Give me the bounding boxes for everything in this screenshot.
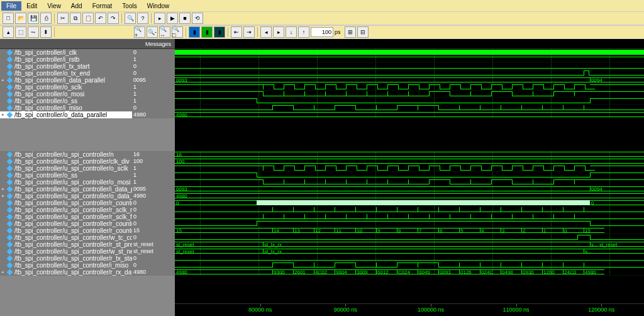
signal-row[interactable]: /tb_spi_controller/i_tx_start <box>0 63 132 70</box>
cursor-next-icon[interactable]: ⇥ <box>243 26 255 38</box>
signal-row[interactable]: /tb_spi_controller/u_spi_controller/n <box>0 151 132 158</box>
signal-row[interactable]: +/tb_spi_controller/u_spi_controller/i_d… <box>0 186 132 193</box>
signal-row[interactable]: /tb_spi_controller/u_spi_controller/r_tx… <box>0 255 132 262</box>
signal-row[interactable]: /tb_spi_controller/o_mosi <box>0 91 132 98</box>
prev-edge-icon[interactable]: ◂ <box>260 26 272 38</box>
signal-row[interactable]: /tb_spi_controller/u_spi_controller/r_sc… <box>0 213 132 220</box>
select-icon[interactable]: ⬚ <box>15 26 26 38</box>
signal-row[interactable]: /tb_spi_controller/u_spi_controller/r_co… <box>0 220 132 227</box>
wave-row[interactable] <box>175 49 644 56</box>
wave-row[interactable]: 4980 <box>175 193 644 200</box>
signal-row[interactable]: /tb_spi_controller/i_clk <box>0 49 132 56</box>
print-icon[interactable]: ⎙ <box>40 13 52 24</box>
wave-row[interactable]: 151413121110987654321015 <box>175 227 644 234</box>
zoom-fit-icon[interactable]: 🔍□ <box>172 26 183 38</box>
signal-row[interactable]: /tb_spi_controller/u_spi_controller/r_st… <box>0 241 132 248</box>
time-axis[interactable]: 80000 ns90000 ns100000 ns110000 ns120000… <box>175 303 644 316</box>
pointer-icon[interactable]: ▴ <box>3 26 14 38</box>
wave-row[interactable] <box>175 84 644 91</box>
next-rising-icon[interactable]: ↑ <box>298 26 309 38</box>
signal-row[interactable]: /tb_spi_controller/o_ss <box>0 98 132 104</box>
signal-row[interactable]: /tb_spi_controller/u_spi_controller/clk_… <box>0 158 132 165</box>
signal-row[interactable]: +/tb_spi_controller/o_data_parallel <box>0 111 132 118</box>
restart-icon[interactable]: ⟲ <box>192 13 203 24</box>
save-icon[interactable]: 💾 <box>28 13 39 24</box>
break-icon[interactable]: ■ <box>179 13 191 24</box>
wave-row[interactable] <box>175 213 644 220</box>
menu-format[interactable]: Format <box>87 1 118 11</box>
wave-dark-icon[interactable]: ▮ <box>214 26 225 38</box>
signal-row[interactable]: /tb_spi_controller/i_miso <box>0 104 132 111</box>
signal-row[interactable]: +/tb_spi_controller/u_spi_controller/r_r… <box>0 269 132 276</box>
signal-row[interactable]: /tb_spi_controller/u_spi_controller/w_tc… <box>0 234 132 241</box>
signal-row[interactable]: /tb_spi_controller/o_tx_end <box>0 70 132 77</box>
wave-row[interactable] <box>175 165 644 172</box>
wave-row[interactable] <box>175 172 644 179</box>
wave-row[interactable] <box>175 98 644 104</box>
signal-row[interactable]: /tb_spi_controller/o_sclk <box>0 84 132 91</box>
wave-row[interactable] <box>175 220 644 227</box>
collapse-icon[interactable]: ⊟ <box>357 26 369 38</box>
paste-icon[interactable]: 📋 <box>82 13 94 24</box>
menu-file[interactable]: File <box>1 1 21 11</box>
wave-row[interactable] <box>175 234 644 241</box>
time-step-input[interactable] <box>311 27 333 37</box>
wave-row[interactable]: 100 <box>175 158 644 165</box>
signal-row[interactable]: /tb_spi_controller/i_rstb <box>0 56 132 63</box>
signal-row[interactable]: /tb_spi_controller/u_spi_controller/r_co… <box>0 200 132 206</box>
menu-view[interactable]: View <box>42 1 66 11</box>
signal-row[interactable]: /tb_spi_controller/u_spi_controller/r_sc… <box>0 206 132 213</box>
signal-row[interactable]: /tb_spi_controller/u_spi_controller/o_sc… <box>0 165 132 172</box>
wave-row[interactable]: st_resetst_tx_rxs... <box>175 248 644 255</box>
wave-row[interactable]: 4980 <box>175 111 644 118</box>
undo-icon[interactable]: ↶ <box>95 13 106 24</box>
menu-window[interactable]: Window <box>142 1 175 11</box>
wave-green-icon[interactable]: ▮ <box>201 26 213 38</box>
step-icon[interactable]: ▸ <box>154 13 165 24</box>
wave-row[interactable] <box>175 255 644 262</box>
wave-row[interactable] <box>175 70 644 77</box>
wave-row[interactable]: 00930094 <box>175 186 644 193</box>
signal-row[interactable]: +/tb_spi_controller/i_data_parallel <box>0 77 132 84</box>
signal-row[interactable]: /tb_spi_controller/o_ss <box>0 172 132 179</box>
wave-row[interactable] <box>175 63 644 70</box>
find-icon[interactable]: 🔍 <box>125 13 136 24</box>
cut-icon[interactable]: ✂ <box>57 13 69 24</box>
menu-tools[interactable]: Tools <box>117 1 142 11</box>
wave-row[interactable] <box>175 262 644 269</box>
expand-icon[interactable]: ⊞ <box>345 26 356 38</box>
redo-icon[interactable]: ↷ <box>108 13 119 24</box>
wave-blue-icon[interactable]: ▮ <box>189 26 200 38</box>
menu-edit[interactable]: Edit <box>21 1 42 11</box>
wave-row[interactable]: 4980930026014C02980430096012C02480490093… <box>175 269 644 276</box>
zoom-full-icon[interactable]: 🔍↔ <box>159 26 170 38</box>
signal-row[interactable]: /tb_spi_controller/u_spi_controller/o_mo… <box>0 179 132 186</box>
zoom-out-icon[interactable]: 🔍- <box>147 26 158 38</box>
help-icon[interactable]: ? <box>137 13 148 24</box>
edge-icon[interactable]: ⥊ <box>28 26 39 38</box>
signal-row[interactable]: +/tb_spi_controller/u_spi_controller/o_d… <box>0 193 132 200</box>
zoom-in-icon[interactable]: 🔍+ <box>134 26 145 38</box>
prev-falling-icon[interactable]: ↓ <box>286 26 297 38</box>
signal-row[interactable]: /tb_spi_controller/u_spi_controller/w_st… <box>0 248 132 255</box>
open-icon[interactable]: 📂 <box>15 13 26 24</box>
wave-row[interactable] <box>175 206 644 213</box>
mode-icon[interactable]: ⬍ <box>40 26 52 38</box>
wave-row[interactable]: st_resetst_tx_rxs... st_reset <box>175 241 644 248</box>
signal-row[interactable]: /tb_spi_controller/u_spi_controller/r_co… <box>0 227 132 234</box>
signal-row[interactable]: /tb_spi_controller/u_spi_controller/i_mi… <box>0 262 132 269</box>
wave-row[interactable] <box>175 91 644 98</box>
next-edge-icon[interactable]: ▸ <box>273 26 284 38</box>
new-icon[interactable]: □ <box>3 13 14 24</box>
wave-row[interactable]: 00 <box>175 200 644 206</box>
run-icon[interactable]: ▶ <box>167 13 178 24</box>
cursor-prev-icon[interactable]: ⇤ <box>231 26 242 38</box>
copy-icon[interactable]: ⧉ <box>70 13 81 24</box>
wave-row[interactable] <box>175 104 644 111</box>
wave-row[interactable] <box>175 56 644 63</box>
wave-row[interactable]: 16 <box>175 151 644 158</box>
wave-row[interactable] <box>175 179 644 186</box>
waveform-column[interactable]: 009300944980 161000093009449800015141312… <box>175 39 644 316</box>
menu-add[interactable]: Add <box>66 1 87 11</box>
wave-row[interactable]: 00930094 <box>175 77 644 84</box>
